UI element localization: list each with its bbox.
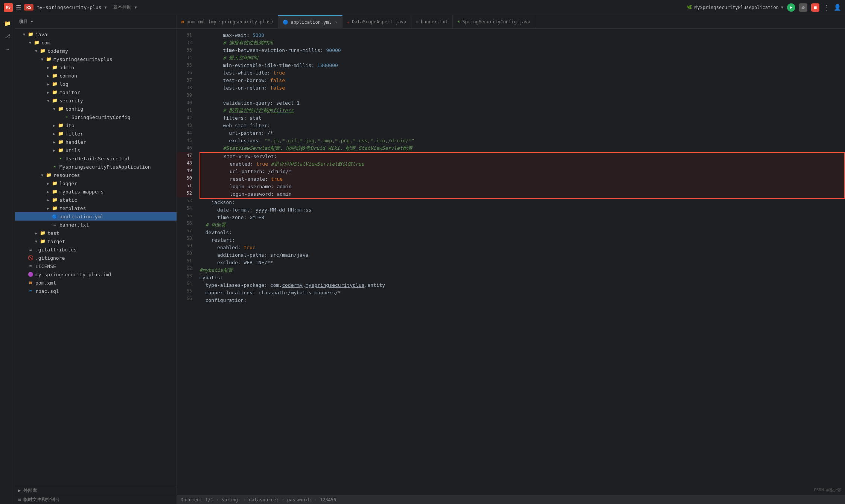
label-test: test [47,230,59,236]
tree-item-pom[interactable]: m pom.xml [15,279,177,287]
tab-springsecurityconfig[interactable]: ☀ SpringSecurityConfig.java [453,15,535,28]
ln-40: 40 [177,99,192,107]
tab-datascopeaspect-label: DataScopeAspect.java [352,19,407,24]
tree-item-config[interactable]: ▼ 📁 config [15,105,177,113]
arrow-dto: ▶ [51,123,57,128]
tab-yaml-close[interactable]: ✕ [335,20,338,24]
project-dropdown[interactable]: ▼ [104,5,107,9]
external-libs-label[interactable]: ▶ 外部库 [18,487,37,494]
version-control-label[interactable]: 版本控制 [113,4,131,11]
ln-39: 39 [177,92,192,99]
temp-files-label[interactable]: ≡ 临时文件和控制台 [18,496,59,503]
sidebar-icon-more[interactable]: ⋯ [2,44,13,54]
tree-item-springsecurityconfig[interactable]: ☀ SpringSecurityConfig [15,113,177,121]
tree-item-log[interactable]: ▶ 📁 log [15,80,177,88]
tab-application-yml[interactable]: 🔵 application.yml ✕ [278,15,342,28]
arrow-test: ▶ [33,231,39,235]
label-userdetailsserviceimpl: UserDetailsServiceImpl [65,156,130,161]
tree-item-java[interactable]: ▼ 📁 java [15,30,177,38]
status-datasource: datasource: [249,497,279,502]
code-line-37: test-on-borrow: false [199,77,845,84]
tree-item-monitor[interactable]: ▶ 📁 monitor [15,88,177,96]
code-line-58: restart: [199,236,845,244]
tree-item-resources[interactable]: ▼ 📁 resources [15,171,177,179]
more-button[interactable]: ⋮ [823,3,830,11]
status-arrow-3: › [282,498,284,502]
ln-44: 44 [177,129,192,137]
ln-66: 66 [177,295,192,303]
tab-pom-xml[interactable]: m pom.xml (my-springsecurity-plus) [177,15,278,28]
tree-item-dto[interactable]: ▶ 📁 dto [15,121,177,129]
label-monitor: monitor [59,90,80,95]
folder-com-icon: 📁 [33,40,40,45]
tab-banner-txt[interactable]: ≡ banner.txt [411,15,453,28]
run-button[interactable]: ▶ [787,3,795,12]
code-line-51: login-username: admin [200,183,844,190]
arrow-config: ▼ [51,107,57,111]
user-button[interactable]: 👤 [834,4,841,11]
code-line-36: test-while-idle: true [199,69,845,77]
tab-datascopeaspect[interactable]: ☕ DataScopeAspect.java [343,15,411,28]
status-arrow-1: › [216,498,219,502]
code-line-66: configuration: [199,297,845,304]
tree-item-myspringsecurityplus[interactable]: ▼ 📁 myspringsecurityplus [15,55,177,63]
tree-item-filter[interactable]: ▶ 📁 filter [15,129,177,138]
code-line-48: enabled: true #是否启用StatViewServlet默认值tru… [200,160,844,168]
arrow-admin: ▶ [45,65,51,70]
tree-item-security[interactable]: ▼ 📁 security [15,96,177,105]
tree-item-com[interactable]: ▼ 📁 com [15,38,177,47]
tree-item-codermy[interactable]: ▼ 📁 codermy [15,47,177,55]
run-config-dropdown[interactable]: ▼ [781,5,783,9]
settings-button[interactable]: ⚙ [799,3,807,12]
titlebar-right: 🌿 MySpringsecurityPlusApplication ▼ ▶ ⚙ … [687,3,841,12]
tree-item-test[interactable]: ▶ 📁 test [15,229,177,237]
highlighted-block: stat-view-servlet: enabled: true #是否启用St… [199,152,845,199]
tree-item-banner-txt[interactable]: ≡ banner.txt [15,221,177,229]
ln-41: 41 [177,107,192,114]
label-config: config [65,106,83,112]
code-line-42: filters: stat [199,114,845,122]
tree-item-static[interactable]: ▶ 📁 static [15,196,177,204]
sidebar-icon-folder[interactable]: 📁 [2,18,13,29]
arrow-static: ▶ [45,198,51,202]
tree-item-rbac-sql[interactable]: ≡ rbac.sql [15,287,177,295]
label-handler: handler [65,139,86,145]
label-java: java [35,32,47,37]
ln-42: 42 [177,114,192,122]
tree-item-common[interactable]: ▶ 📁 common [15,72,177,80]
tree-item-gitignore[interactable]: 🚫 .gitignore [15,254,177,262]
arrow-resources: ▼ [39,173,45,177]
folder-config-icon: 📁 [57,106,64,111]
label-common: common [59,73,77,79]
tree-item-logger[interactable]: ▶ 📁 logger [15,179,177,187]
tree-item-license[interactable]: ≡ LICENSE [15,262,177,270]
folder-security-icon: 📁 [51,98,58,103]
tree-item-gitattributes[interactable]: ≡ .gitattributes [15,245,177,254]
arrow-myspringsecurityplus: ▼ [39,57,45,61]
editor-content: 31 32 33 34 35 36 37 38 39 40 41 42 43 4… [177,29,845,495]
status-arrow-4: › [315,498,317,502]
tree-item-mainapp[interactable]: ☀ MyspringsecurityPlusApplication [15,163,177,171]
tree-item-userdetailsserviceimpl[interactable]: ☀ UserDetailsServiceImpl [15,154,177,163]
tree-item-admin[interactable]: ▶ 📁 admin [15,63,177,72]
code-area[interactable]: max-wait: 5000 # 连接有效性检测时间 time-between-… [196,29,845,495]
version-dropdown[interactable]: ▼ [134,5,137,9]
tab-bar: m pom.xml (my-springsecurity-plus) 🔵 app… [177,15,845,29]
tree-item-handler[interactable]: ▶ 📁 handler [15,138,177,146]
arrow-security: ▼ [45,99,51,103]
stop-button[interactable]: ■ [811,3,819,12]
editor-area: m pom.xml (my-springsecurity-plus) 🔵 app… [177,15,845,504]
tree-item-utils[interactable]: ▶ 📁 utils [15,146,177,154]
sql-icon: ≡ [27,288,34,294]
tree-item-mybatis-mappers[interactable]: ▶ 📁 mybatis-mappers [15,187,177,196]
arrow-log: ▶ [45,82,51,86]
tree-item-application-yml[interactable]: 🔵 application.yml [15,212,177,221]
tree-header[interactable]: 项目 ▾ [15,15,177,29]
tree-item-templates[interactable]: ▶ 📁 templates [15,204,177,212]
label-springsecurityconfig: SpringSecurityConfig [72,114,131,120]
menu-button[interactable]: ☰ [16,4,21,11]
tree-item-target[interactable]: ▼ 📁 target [15,237,177,245]
tree-item-iml[interactable]: 🟣 my-springsecurity-plus.iml [15,270,177,279]
sidebar-icon-git[interactable]: ⎇ [2,31,13,41]
run-config: 🌿 MySpringsecurityPlusApplication ▼ [687,5,783,10]
